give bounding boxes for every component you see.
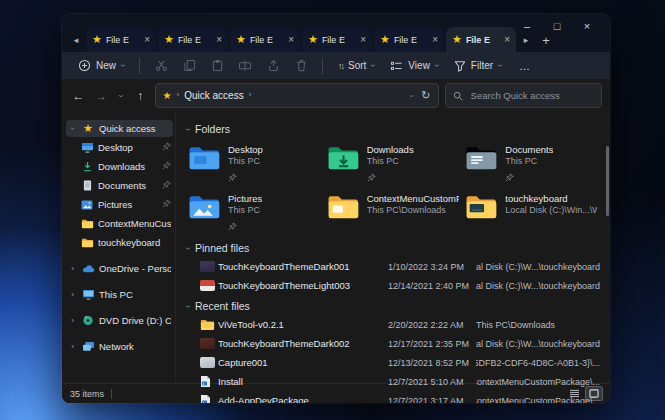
tab-file-explorer-6-active[interactable]: ★ File E × — [446, 27, 516, 52]
file-row-capture001[interactable]: Capture001 12/13/2021 8:52 PM ...\{5205D… — [186, 353, 600, 372]
copy-button[interactable] — [177, 55, 201, 76]
sort-label: Sort — [348, 60, 366, 71]
chevron-collapsed-icon[interactable]: › — [68, 264, 77, 273]
sidebar-item-documents[interactable]: Documents — [78, 177, 173, 194]
tab-file-explorer-2[interactable]: ★ File E × — [158, 27, 228, 52]
sidebar-item-network[interactable]: › Network — [66, 338, 173, 355]
folder-touchkeyboard-icon — [465, 193, 498, 220]
folder-tile-desktop[interactable]: Desktop This PC — [188, 144, 323, 186]
navigation-pane: › ★ Quick access Desktop Downloads Docum… — [62, 112, 176, 383]
up-button[interactable]: ↑ — [132, 86, 149, 106]
sidebar-item-onedrive[interactable]: › OneDrive - Personal — [66, 260, 173, 277]
folder-tile-text: Desktop This PC — [228, 144, 263, 186]
image-thumbnail-icon — [200, 280, 218, 291]
file-date: 12/17/2021 2:35 PM — [388, 339, 476, 349]
section-chevron-icon[interactable]: › — [183, 305, 192, 308]
sidebar-item-this-pc[interactable]: › This PC — [66, 286, 173, 303]
maximize-button[interactable]: □ — [542, 17, 572, 35]
sidebar-item-pictures[interactable]: Pictures — [78, 196, 173, 213]
recent-locations-chevron-icon[interactable]: › — [111, 90, 131, 100]
tab-file-explorer-3[interactable]: ★ File E × — [230, 27, 300, 52]
folder-icon — [80, 218, 94, 230]
chevron-collapsed-icon[interactable]: › — [68, 316, 77, 325]
delete-button[interactable] — [289, 55, 313, 76]
file-row-install[interactable]: Install 12/7/2021 5:10 AM ...\ContextMen… — [186, 372, 600, 391]
folder-small-icon — [200, 319, 218, 331]
share-button[interactable] — [261, 55, 285, 76]
tab-scroll-left-icon[interactable]: ◂ — [68, 28, 84, 52]
forward-button[interactable]: → — [93, 86, 110, 106]
file-row-touchkeyboardthemelight003[interactable]: TouchKeyboardThemeLight003 12/14/2021 2:… — [186, 276, 600, 295]
view-button[interactable]: View › — [384, 55, 444, 76]
breadcrumb-quick-access[interactable]: Quick access — [184, 90, 243, 101]
tab-close-icon[interactable]: × — [504, 34, 510, 45]
folder-tile-documents[interactable]: Documents This PC — [465, 144, 600, 186]
paste-button[interactable] — [205, 55, 229, 76]
file-row-vivetool[interactable]: ViVeTool-v0.2.1 2/20/2022 2:22 AM This P… — [186, 315, 600, 334]
refresh-icon[interactable]: ↻ — [421, 89, 430, 102]
tab-close-icon[interactable]: × — [360, 34, 366, 45]
search-box[interactable] — [445, 83, 602, 108]
folder-location: This PC — [228, 205, 262, 215]
close-button[interactable]: × — [572, 17, 602, 35]
folder-location: This PC — [228, 156, 263, 166]
section-header-pinned-files[interactable]: › Pinned files — [186, 239, 600, 257]
folder-tile-touchkeyboard[interactable]: touchkeyboard Local Disk (C:)\Win...\Web — [465, 193, 600, 235]
section-chevron-icon[interactable]: › — [183, 128, 192, 131]
new-button[interactable]: New › — [72, 55, 130, 76]
folder-tile-text: Pictures This PC — [228, 193, 262, 235]
file-name: TouchKeyboardThemeLight003 — [218, 280, 388, 291]
back-button[interactable]: ← — [70, 86, 87, 106]
sidebar-item-dvd-drive[interactable]: › DVD Drive (D:) CCCO — [66, 312, 173, 329]
toolbar-separator — [139, 58, 140, 74]
file-row-touchkeyboardthemedark002[interactable]: TouchKeyboardThemeDark002 12/17/2021 2:3… — [186, 334, 600, 353]
search-input[interactable] — [469, 89, 594, 102]
file-row-touchkeyboardthemedark001[interactable]: TouchKeyboardThemeDark001 1/10/2022 3:24… — [186, 257, 600, 276]
see-more-button[interactable]: … — [511, 60, 539, 72]
chevron-collapsed-icon[interactable]: › — [68, 342, 77, 351]
star-icon: ★ — [308, 34, 318, 45]
folder-tile-pictures[interactable]: Pictures This PC — [188, 193, 323, 235]
folder-tile-contextmenucustompackage[interactable]: ContextMenuCustomPac... This PC\Download… — [327, 193, 462, 235]
sort-button[interactable]: ↑↓ Sort › — [332, 55, 380, 76]
sidebar-item-touchkeyboard[interactable]: touchkeyboard — [78, 234, 173, 251]
sidebar-item-contextmenucust[interactable]: ContextMenuCust — [78, 215, 173, 232]
file-name: TouchKeyboardThemeDark001 — [218, 261, 388, 272]
section-chevron-icon[interactable]: › — [183, 247, 192, 250]
tab-close-icon[interactable]: × — [432, 34, 438, 45]
file-date: 1/10/2022 3:24 PM — [388, 262, 476, 272]
tab-file-explorer-1[interactable]: ★ File E × — [86, 27, 156, 52]
pin-icon — [162, 199, 171, 210]
quick-access-star-icon: ★ — [163, 90, 172, 101]
download-icon — [80, 161, 94, 173]
filter-button[interactable]: Filter › — [448, 55, 507, 76]
file-name: Install — [218, 376, 388, 387]
sort-arrows-icon: ↑↓ — [338, 61, 343, 71]
section-header-recent-files[interactable]: › Recent files — [186, 297, 600, 315]
tab-close-icon[interactable]: × — [144, 34, 150, 45]
address-dropdown-chevron-icon[interactable]: › — [407, 94, 415, 97]
tab-close-icon[interactable]: × — [216, 34, 222, 45]
sidebar-item-quick-access[interactable]: › ★ Quick access — [66, 120, 173, 137]
tab-close-icon[interactable]: × — [288, 34, 294, 45]
file-row-add-appdevpackage[interactable]: Add-AppDevPackage 12/7/2021 3:17 AM ...\… — [186, 391, 600, 403]
explorer-body: › ★ Quick access Desktop Downloads Docum… — [62, 112, 610, 383]
tab-file-explorer-4[interactable]: ★ File E × — [302, 27, 372, 52]
minimize-button[interactable]: – — [512, 17, 542, 35]
tab-file-explorer-5[interactable]: ★ File E × — [374, 27, 444, 52]
sidebar-label: Documents — [98, 180, 158, 191]
titlebar[interactable]: ◂ ★ File E × ★ File E × ★ File E × ★ Fil… — [62, 14, 610, 52]
chevron-expanded-icon[interactable]: › — [68, 124, 77, 133]
section-header-folders[interactable]: › Folders — [186, 120, 600, 138]
vertical-scrollbar[interactable] — [606, 146, 609, 216]
folder-tile-downloads[interactable]: Downloads This PC — [327, 144, 462, 186]
rename-button[interactable] — [233, 55, 257, 76]
sidebar-item-downloads[interactable]: Downloads — [78, 158, 173, 175]
address-bar[interactable]: ★ › Quick access › › ↻ — [155, 83, 439, 108]
sidebar-item-desktop[interactable]: Desktop — [78, 139, 173, 156]
sidebar-label: Downloads — [98, 161, 158, 172]
items-view: › Folders Desktop This PC Downloads — [176, 112, 610, 383]
cut-button[interactable] — [149, 55, 173, 76]
rename-icon — [238, 59, 252, 72]
chevron-collapsed-icon[interactable]: › — [68, 290, 77, 299]
